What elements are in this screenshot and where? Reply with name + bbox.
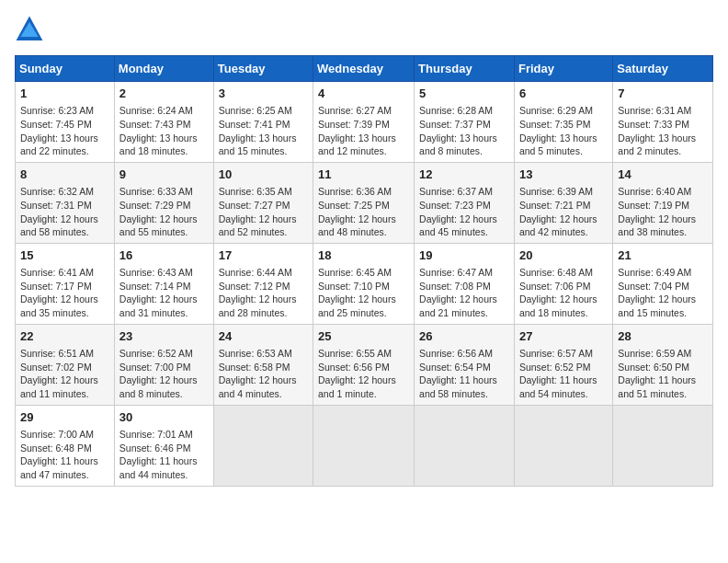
day-info: Sunrise: 6:33 AMSunset: 7:29 PMDaylight:…: [119, 185, 209, 239]
calendar-table: SundayMondayTuesdayWednesdayThursdayFrid…: [15, 55, 713, 487]
day-info: Sunrise: 6:25 AMSunset: 7:41 PMDaylight:…: [219, 104, 308, 158]
day-cell-16: 16Sunrise: 6:43 AMSunset: 7:14 PMDayligh…: [114, 243, 213, 324]
day-info: Sunrise: 6:36 AMSunset: 7:25 PMDaylight:…: [318, 185, 409, 239]
day-number: 26: [419, 328, 509, 345]
empty-cell: [313, 405, 415, 486]
day-info: Sunrise: 6:56 AMSunset: 6:54 PMDaylight:…: [419, 347, 509, 401]
day-number: 9: [119, 167, 209, 183]
day-cell-3: 3Sunrise: 6:25 AMSunset: 7:41 PMDaylight…: [213, 82, 313, 163]
day-cell-12: 12Sunrise: 6:37 AMSunset: 7:23 PMDayligh…: [415, 162, 515, 243]
day-number: 17: [219, 247, 308, 264]
day-info: Sunrise: 6:57 AMSunset: 6:52 PMDaylight:…: [519, 347, 608, 401]
day-info: Sunrise: 6:39 AMSunset: 7:21 PMDaylight:…: [519, 185, 608, 239]
day-cell-2: 2Sunrise: 6:24 AMSunset: 7:43 PMDaylight…: [114, 82, 213, 163]
day-number: 24: [219, 328, 308, 345]
day-info: Sunrise: 6:47 AMSunset: 7:08 PMDaylight:…: [419, 266, 509, 320]
day-cell-19: 19Sunrise: 6:47 AMSunset: 7:08 PMDayligh…: [415, 243, 515, 324]
calendar-body: 1Sunrise: 6:23 AMSunset: 7:45 PMDaylight…: [16, 82, 713, 487]
day-info: Sunrise: 7:01 AMSunset: 6:46 PMDaylight:…: [119, 428, 209, 482]
day-cell-27: 27Sunrise: 6:57 AMSunset: 6:52 PMDayligh…: [514, 324, 612, 405]
day-cell-8: 8Sunrise: 6:32 AMSunset: 7:31 PMDaylight…: [16, 162, 115, 243]
header-cell-monday: Monday: [114, 56, 213, 82]
header-cell-tuesday: Tuesday: [213, 56, 313, 82]
day-info: Sunrise: 6:45 AMSunset: 7:10 PMDaylight:…: [318, 266, 409, 320]
day-info: Sunrise: 6:24 AMSunset: 7:43 PMDaylight:…: [119, 104, 209, 158]
day-cell-5: 5Sunrise: 6:28 AMSunset: 7:37 PMDaylight…: [415, 82, 515, 163]
day-info: Sunrise: 6:23 AMSunset: 7:45 PMDaylight:…: [20, 104, 109, 158]
day-number: 18: [318, 247, 409, 264]
day-number: 3: [219, 86, 308, 102]
header-cell-friday: Friday: [514, 56, 612, 82]
day-number: 10: [219, 167, 308, 183]
header-cell-wednesday: Wednesday: [313, 56, 415, 82]
day-info: Sunrise: 6:32 AMSunset: 7:31 PMDaylight:…: [20, 185, 109, 239]
calendar-week-2: 8Sunrise: 6:32 AMSunset: 7:31 PMDaylight…: [16, 162, 713, 243]
day-number: 28: [618, 328, 708, 345]
day-cell-26: 26Sunrise: 6:56 AMSunset: 6:54 PMDayligh…: [415, 324, 515, 405]
day-cell-23: 23Sunrise: 6:52 AMSunset: 7:00 PMDayligh…: [114, 324, 213, 405]
day-cell-14: 14Sunrise: 6:40 AMSunset: 7:19 PMDayligh…: [613, 162, 713, 243]
day-cell-21: 21Sunrise: 6:49 AMSunset: 7:04 PMDayligh…: [613, 243, 713, 324]
day-number: 8: [20, 167, 109, 183]
day-number: 5: [419, 86, 509, 102]
day-cell-24: 24Sunrise: 6:53 AMSunset: 6:58 PMDayligh…: [213, 324, 313, 405]
calendar-week-4: 22Sunrise: 6:51 AMSunset: 7:02 PMDayligh…: [16, 324, 713, 405]
empty-cell: [213, 405, 313, 486]
calendar-header: SundayMondayTuesdayWednesdayThursdayFrid…: [16, 56, 713, 82]
day-cell-30: 30Sunrise: 7:01 AMSunset: 6:46 PMDayligh…: [114, 405, 213, 486]
day-number: 15: [20, 247, 109, 264]
calendar-week-1: 1Sunrise: 6:23 AMSunset: 7:45 PMDaylight…: [16, 82, 713, 163]
day-number: 30: [119, 409, 209, 426]
header-cell-thursday: Thursday: [415, 56, 515, 82]
day-info: Sunrise: 6:51 AMSunset: 7:02 PMDaylight:…: [20, 347, 109, 401]
day-number: 16: [119, 247, 209, 264]
day-cell-13: 13Sunrise: 6:39 AMSunset: 7:21 PMDayligh…: [514, 162, 612, 243]
day-cell-10: 10Sunrise: 6:35 AMSunset: 7:27 PMDayligh…: [213, 162, 313, 243]
day-info: Sunrise: 6:35 AMSunset: 7:27 PMDaylight:…: [219, 185, 308, 239]
empty-cell: [514, 405, 612, 486]
day-info: Sunrise: 6:49 AMSunset: 7:04 PMDaylight:…: [618, 266, 708, 320]
header-cell-sunday: Sunday: [16, 56, 115, 82]
day-cell-7: 7Sunrise: 6:31 AMSunset: 7:33 PMDaylight…: [613, 82, 713, 163]
day-cell-15: 15Sunrise: 6:41 AMSunset: 7:17 PMDayligh…: [16, 243, 115, 324]
day-info: Sunrise: 6:44 AMSunset: 7:12 PMDaylight:…: [219, 266, 308, 320]
day-info: Sunrise: 7:00 AMSunset: 6:48 PMDaylight:…: [20, 428, 109, 482]
day-info: Sunrise: 6:43 AMSunset: 7:14 PMDaylight:…: [119, 266, 209, 320]
day-info: Sunrise: 6:52 AMSunset: 7:00 PMDaylight:…: [119, 347, 209, 401]
day-number: 2: [119, 86, 209, 102]
day-info: Sunrise: 6:48 AMSunset: 7:06 PMDaylight:…: [519, 266, 608, 320]
day-cell-1: 1Sunrise: 6:23 AMSunset: 7:45 PMDaylight…: [16, 82, 115, 163]
day-cell-22: 22Sunrise: 6:51 AMSunset: 7:02 PMDayligh…: [16, 324, 115, 405]
day-cell-29: 29Sunrise: 7:00 AMSunset: 6:48 PMDayligh…: [16, 405, 115, 486]
day-number: 27: [519, 328, 608, 345]
day-number: 22: [20, 328, 109, 345]
calendar-week-3: 15Sunrise: 6:41 AMSunset: 7:17 PMDayligh…: [16, 243, 713, 324]
header-row: SundayMondayTuesdayWednesdayThursdayFrid…: [16, 56, 713, 82]
day-info: Sunrise: 6:40 AMSunset: 7:19 PMDaylight:…: [618, 185, 708, 239]
logo: [15, 15, 48, 44]
day-cell-20: 20Sunrise: 6:48 AMSunset: 7:06 PMDayligh…: [514, 243, 612, 324]
day-info: Sunrise: 6:59 AMSunset: 6:50 PMDaylight:…: [618, 347, 708, 401]
day-number: 20: [519, 247, 608, 264]
empty-cell: [415, 405, 515, 486]
day-cell-11: 11Sunrise: 6:36 AMSunset: 7:25 PMDayligh…: [313, 162, 415, 243]
day-info: Sunrise: 6:27 AMSunset: 7:39 PMDaylight:…: [318, 104, 409, 158]
day-number: 29: [20, 409, 109, 426]
day-info: Sunrise: 6:37 AMSunset: 7:23 PMDaylight:…: [419, 185, 509, 239]
day-number: 23: [119, 328, 209, 345]
day-cell-17: 17Sunrise: 6:44 AMSunset: 7:12 PMDayligh…: [213, 243, 313, 324]
empty-cell: [613, 405, 713, 486]
day-info: Sunrise: 6:41 AMSunset: 7:17 PMDaylight:…: [20, 266, 109, 320]
day-number: 14: [618, 167, 708, 183]
day-cell-18: 18Sunrise: 6:45 AMSunset: 7:10 PMDayligh…: [313, 243, 415, 324]
day-number: 6: [519, 86, 608, 102]
day-info: Sunrise: 6:29 AMSunset: 7:35 PMDaylight:…: [519, 104, 608, 158]
header-cell-saturday: Saturday: [613, 56, 713, 82]
page-header: [15, 15, 713, 44]
day-info: Sunrise: 6:55 AMSunset: 6:56 PMDaylight:…: [318, 347, 409, 401]
day-cell-28: 28Sunrise: 6:59 AMSunset: 6:50 PMDayligh…: [613, 324, 713, 405]
day-number: 7: [618, 86, 708, 102]
day-number: 19: [419, 247, 509, 264]
day-number: 21: [618, 247, 708, 264]
day-info: Sunrise: 6:53 AMSunset: 6:58 PMDaylight:…: [219, 347, 308, 401]
